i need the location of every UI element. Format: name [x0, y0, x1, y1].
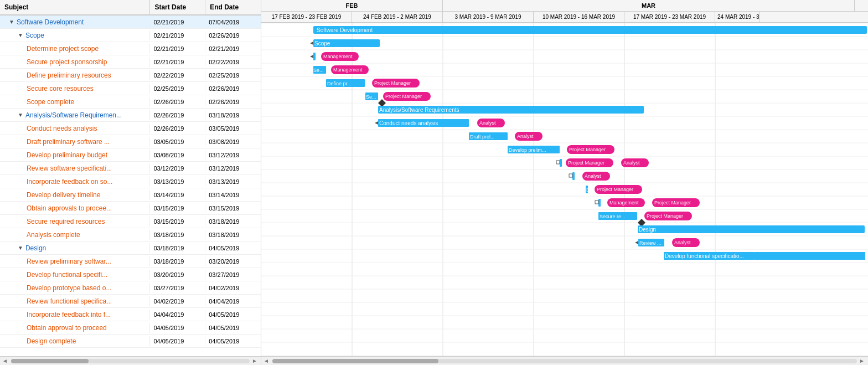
task-end: 03/12/2019 [205, 164, 261, 173]
svg-text:Analyst: Analyst [623, 160, 640, 166]
svg-rect-101 [755, 252, 865, 260]
scroll-right-button[interactable]: ► [252, 358, 259, 364]
week-6: 24 MAR 2019 - 3 [715, 12, 760, 22]
month-mar: MAR [443, 0, 855, 11]
table-row[interactable]: Develop delivery timeline 03/14/2019 03/… [0, 188, 261, 202]
task-start: 03/27/2019 [150, 284, 205, 292]
table-row[interactable]: Review software specificati... 03/12/201… [0, 162, 261, 175]
table-row[interactable]: Scope complete 02/26/2019 02/26/2019 [0, 95, 261, 109]
task-end: 02/26/2019 [205, 31, 261, 40]
horizontal-scrollbar[interactable] [11, 359, 89, 363]
task-start: 03/18/2019 [150, 230, 205, 239]
task-start: 04/02/2019 [150, 297, 205, 306]
expand-icon[interactable]: ▼ [18, 32, 23, 38]
task-subject: Incorporate feedback on so... [0, 177, 150, 187]
table-row[interactable]: Define preliminary resources 02/22/2019 … [0, 69, 261, 82]
svg-text:Analyst: Analyst [479, 120, 496, 126]
task-subject: Obtain approvals to procee... [0, 203, 150, 213]
table-row[interactable]: Secure project sponsorship 02/21/2019 02… [0, 55, 261, 69]
task-subject: Design complete [0, 336, 150, 346]
svg-text:Project Manager: Project Manager [568, 160, 604, 166]
gantt-horizontal-scrollbar[interactable] [272, 359, 857, 363]
task-subject: Conduct needs analysis [0, 124, 150, 133]
svg-marker-34 [310, 42, 313, 45]
task-subject: Develop preliminary budget [0, 150, 150, 160]
task-start: 03/13/2019 [150, 177, 205, 186]
gantt-scrollbar-thumb[interactable] [272, 359, 438, 363]
task-end: 04/05/2019 [205, 244, 261, 253]
table-row[interactable]: Draft preliminary software ... 03/05/201… [0, 135, 261, 148]
week-row: 17 FEB 2019 - 23 FEB 2019 24 FEB 2019 - … [261, 12, 868, 22]
table-row[interactable]: ▼ Design 03/18/2019 04/05/2019 [0, 241, 261, 255]
svg-rect-76 [569, 174, 572, 177]
table-row[interactable]: Obtain approvals to procee... 03/15/2019… [0, 202, 261, 215]
month-feb: FEB [261, 0, 443, 11]
svg-text:Project Manager: Project Manager [374, 80, 411, 86]
task-subject: Develop functional specifi... [0, 270, 150, 280]
table-row[interactable]: Develop preliminary budget 03/08/2019 03… [0, 148, 261, 162]
task-subject: ▼ Design [0, 243, 150, 253]
table-row[interactable]: Secure core resources 02/25/2019 02/26/2… [0, 82, 261, 95]
table-row[interactable]: Incorporate feedback on so... 03/13/2019… [0, 175, 261, 188]
svg-text:Project Manager: Project Manager [654, 200, 691, 205]
table-row[interactable]: Develop prototype based o... 03/27/2019 … [0, 281, 261, 295]
task-subject: ▼ Scope [0, 30, 150, 40]
svg-marker-51 [378, 99, 386, 107]
table-row[interactable]: Design complete 04/05/2019 04/05/2019 [0, 335, 261, 348]
table-row[interactable]: Review functional specifica... 04/02/201… [0, 295, 261, 308]
table-row[interactable]: ▼ Scope 02/21/2019 02/26/2019 [0, 29, 261, 42]
task-end: 03/12/2019 [205, 151, 261, 160]
task-subject: Secure required resources [0, 217, 150, 227]
svg-text:Project Manager: Project Manager [597, 187, 633, 192]
task-start: 03/18/2019 [150, 244, 205, 253]
table-row[interactable]: Analysis complete 03/18/2019 03/18/2019 [0, 228, 261, 241]
expand-icon[interactable]: ▼ [9, 19, 14, 25]
week-3: 3 MAR 2019 - 9 MAR 2019 [443, 12, 534, 22]
task-subject: Analysis complete [0, 230, 150, 240]
task-start: 03/08/2019 [150, 151, 205, 160]
task-start: 03/15/2019 [150, 217, 205, 226]
svg-marker-91 [638, 219, 645, 227]
table-row[interactable]: Conduct needs analysis 02/26/2019 03/05/… [0, 122, 261, 135]
task-start: 04/05/2019 [150, 337, 205, 346]
task-start: 03/15/2019 [150, 204, 205, 213]
task-subject: Develop prototype based o... [0, 283, 150, 293]
gantt-scroll-left-button[interactable]: ◄ [264, 358, 270, 364]
table-row[interactable]: Review preliminary softwar... 03/18/2019… [0, 255, 261, 268]
svg-text:Project Manager: Project Manager [569, 147, 606, 152]
table-row[interactable]: Obtain approval to proceed 04/05/2019 04… [0, 321, 261, 335]
month-row: FEB MAR [261, 0, 868, 12]
table-row[interactable]: Incorporate feedback into f... 04/04/201… [0, 308, 261, 321]
task-subject: Review functional specifica... [0, 296, 150, 306]
task-end: 02/21/2019 [205, 44, 261, 53]
table-row[interactable]: ▼ Analysis/Software Requiremen... 02/26/… [0, 109, 261, 122]
svg-text:Scope: Scope [314, 40, 330, 47]
task-subject: Obtain approval to proceed [0, 323, 150, 333]
svg-rect-67 [560, 159, 562, 167]
task-end: 04/04/2019 [205, 297, 261, 306]
gantt-scroll-right-button[interactable]: ► [859, 358, 866, 364]
svg-rect-92 [638, 225, 865, 233]
gantt-body: Software Development Scope Management Se… [261, 23, 868, 356]
table-row[interactable]: Determine project scope 02/21/2019 02/21… [0, 42, 261, 55]
table-row[interactable]: Develop functional specifi... 03/20/2019… [0, 268, 261, 281]
svg-text:Management: Management [609, 200, 639, 205]
task-end: 03/18/2019 [205, 217, 261, 226]
expand-icon[interactable]: ▼ [18, 112, 23, 118]
task-start: 02/21/2019 [150, 44, 205, 53]
task-end: 03/15/2019 [205, 204, 261, 213]
table-row[interactable]: ▼ Software Development 02/21/2019 07/04/… [0, 16, 261, 29]
task-start: 02/22/2019 [150, 71, 205, 80]
task-start: 03/18/2019 [150, 257, 205, 266]
scroll-left-button[interactable]: ◄ [2, 358, 9, 364]
week-5: 17 MAR 2019 - 23 MAR 2019 [624, 12, 715, 22]
gantt-chart: Subject Start Date End Date ▼ Software D… [0, 0, 868, 365]
task-end: 03/14/2019 [205, 191, 261, 199]
task-subject: ▼ Software Development [0, 17, 150, 27]
svg-text:Analyst: Analyst [517, 133, 534, 139]
table-row[interactable]: Secure required resources 03/15/2019 03/… [0, 215, 261, 228]
expand-icon[interactable]: ▼ [18, 245, 23, 251]
task-subject: Determine project scope [0, 44, 150, 54]
task-subject: Draft preliminary software ... [0, 137, 150, 147]
task-end: 04/02/2019 [205, 284, 261, 292]
